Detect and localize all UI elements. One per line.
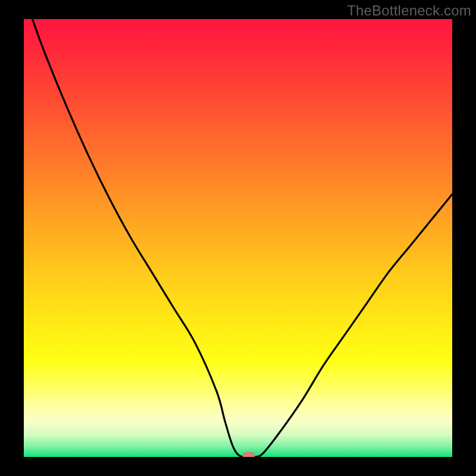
optimum-marker [243, 452, 255, 458]
bottleneck-chart [24, 19, 452, 457]
chart-frame: TheBottleneck.com [0, 0, 476, 476]
plot-background [24, 19, 452, 457]
watermark-text: TheBottleneck.com [347, 2, 471, 19]
